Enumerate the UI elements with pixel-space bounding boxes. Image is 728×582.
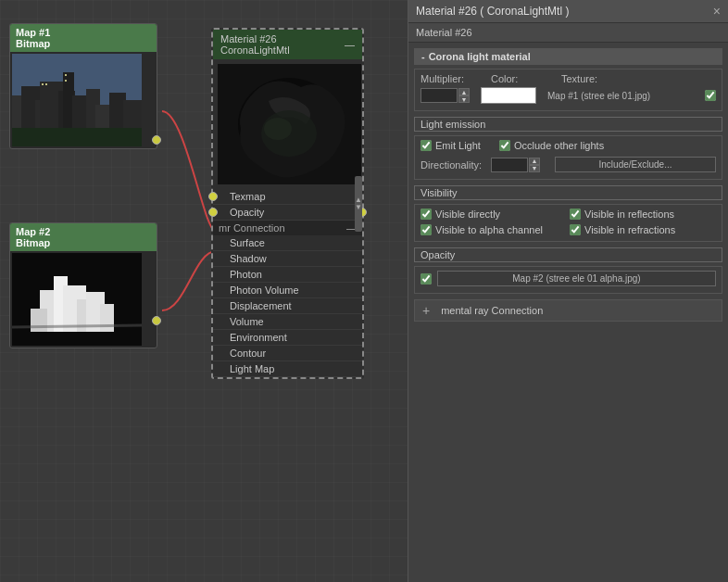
mental-ray-plus-icon: + <box>422 303 430 318</box>
visibility-label: Visibility <box>414 185 722 200</box>
visibility-section: Visibility Visible directly Visible in r… <box>414 185 722 242</box>
corona-section-header: - Corona light material <box>414 48 722 65</box>
slot-volume[interactable]: Volume <box>213 314 362 330</box>
visible-to-alpha-checkbox[interactable] <box>420 224 432 235</box>
svg-rect-17 <box>65 80 67 82</box>
slot-contour-label: Contour <box>230 348 266 359</box>
opacity-section: Opacity Map #2 (stree ele 01 alpha.jpg) <box>414 247 722 294</box>
slot-surface[interactable]: Surface <box>213 235 362 251</box>
svg-rect-13 <box>12 128 142 146</box>
light-emission-label: Light emission <box>414 117 722 132</box>
emit-light-row: Emit Light Occlude other lights <box>420 140 716 153</box>
slot-lightmap-label: Light Map <box>230 363 274 374</box>
slot-contour[interactable]: Contour <box>213 346 362 361</box>
texture-checkbox[interactable] <box>705 90 716 101</box>
panel-close-button[interactable]: × <box>713 4 721 19</box>
mr-connection-label: mr Connection <box>219 222 285 234</box>
corona-section-content: Multiplier: Color: Texture: 1.0 ▲ ▼ Map … <box>414 69 722 111</box>
slot-list: Texmap Opacity mr Connection — Surface S… <box>213 189 362 377</box>
multiplier-spinner: ▲ ▼ <box>458 88 470 103</box>
visible-in-reflections-row: Visible in reflections <box>570 209 716 220</box>
visible-directly-row: Visible directly <box>420 209 567 220</box>
panel-body: - Corona light material Multiplier: Colo… <box>408 43 728 569</box>
material26-preview <box>218 64 361 184</box>
slot-lightmap[interactable]: Light Map <box>213 361 362 377</box>
mental-ray-label: mental ray Connection <box>441 305 543 316</box>
directionality-up[interactable]: ▲ <box>529 158 540 165</box>
node-editor: Map #1 Bitmap <box>0 0 408 582</box>
material26-header: Material #26 CoronaLightMtl — <box>213 30 362 59</box>
material26-collapse[interactable]: — <box>345 39 355 50</box>
slot-shadow-label: Shadow <box>230 253 267 264</box>
map2-output-dot[interactable] <box>152 316 161 325</box>
material26-header-content: Material #26 CoronaLightMtl <box>220 33 290 56</box>
map1-node: Map #1 Bitmap <box>9 23 157 149</box>
opacity-label: Opacity <box>414 247 722 262</box>
map2-title-line1: Map #2 <box>16 226 151 237</box>
directionality-input-group: 0.0 ▲ ▼ <box>491 158 540 172</box>
svg-rect-16 <box>65 74 67 76</box>
map1-content <box>10 52 157 148</box>
slot-displacement[interactable]: Displacement <box>213 298 362 314</box>
right-panel: Material #26 ( CoronaLightMtl ) × Materi… <box>408 0 728 582</box>
panel-subtitle: Material #26 <box>408 23 728 43</box>
visible-directly-checkbox[interactable] <box>420 209 432 220</box>
opacity-checkbox[interactable] <box>420 273 432 285</box>
color-label: Color: <box>491 73 556 84</box>
visible-in-refractions-checkbox[interactable] <box>570 224 581 235</box>
panel-titlebar: Material #26 ( CoronaLightMtl ) × <box>408 0 728 23</box>
visibility-grid: Visible directly Visible in reflections … <box>420 209 716 237</box>
slot-photon[interactable]: Photon <box>213 267 362 283</box>
material26-title1: Material #26 <box>220 33 290 44</box>
emit-light-checkbox-row: Emit Light <box>420 140 481 151</box>
texture-value: Map #1 (stree ele 01.jpg) <box>547 91 699 101</box>
map1-preview-svg <box>12 54 142 146</box>
map2-header: Map #2 Bitmap <box>10 223 157 251</box>
svg-rect-14 <box>42 83 44 85</box>
multiplier-up[interactable]: ▲ <box>458 88 470 95</box>
slot-environment-label: Environment <box>230 332 287 343</box>
light-emission-content: Emit Light Occlude other lights Directio… <box>414 135 722 180</box>
svg-line-27 <box>12 325 142 327</box>
occlude-other-lights-row: Occlude other lights <box>499 140 604 151</box>
multiplier-input[interactable]: 1.0 <box>420 88 458 103</box>
directionality-label: Directionality: <box>420 159 485 171</box>
slot-environment[interactable]: Environment <box>213 330 362 346</box>
opacity-map-button[interactable]: Map #2 (stree ele 01 alpha.jpg) <box>437 271 716 286</box>
color-swatch[interactable] <box>481 87 536 104</box>
svg-point-31 <box>264 118 292 140</box>
slot-opacity[interactable]: Opacity <box>213 205 362 221</box>
slot-texmap-label: Texmap <box>230 191 266 202</box>
texture-label: Texture: <box>561 73 626 84</box>
directionality-down[interactable]: ▼ <box>529 165 540 172</box>
directionality-input[interactable]: 0.0 <box>491 158 528 172</box>
visible-in-reflections-checkbox[interactable] <box>570 209 581 220</box>
map2-content <box>10 251 157 348</box>
emit-light-checkbox[interactable] <box>420 140 432 151</box>
multiplier-input-group: 1.0 ▲ ▼ <box>420 88 470 103</box>
emit-light-label: Emit Light <box>435 140 481 151</box>
slot-shadow[interactable]: Shadow <box>213 251 362 267</box>
map2-thumbnail <box>12 253 142 346</box>
map1-header: Map #1 Bitmap <box>10 24 157 52</box>
occlude-other-lights-checkbox[interactable] <box>499 140 510 151</box>
panel-title: Material #26 ( CoronaLightMtl ) <box>416 5 569 18</box>
texmap-left-dot[interactable] <box>208 192 218 201</box>
map2-title-line2: Bitmap <box>16 237 151 248</box>
directionality-row: Directionality: 0.0 ▲ ▼ Include/Exclude.… <box>420 157 716 172</box>
opacity-left-dot[interactable] <box>208 208 218 217</box>
slot-photon-volume[interactable]: Photon Volume <box>213 283 362 298</box>
map1-output-dot[interactable] <box>152 135 161 145</box>
scroll-indicator[interactable]: ▲▼ <box>355 176 362 232</box>
slot-surface-label: Surface <box>230 237 265 248</box>
multiplier-value-row: 1.0 ▲ ▼ Map #1 (stree ele 01.jpg) <box>420 87 716 104</box>
corona-collapse-icon[interactable]: - <box>421 51 425 62</box>
include-exclude-button[interactable]: Include/Exclude... <box>555 157 716 172</box>
map2-preview-svg <box>12 253 142 346</box>
mental-ray-bar[interactable]: + mental ray Connection <box>414 299 722 322</box>
mr-connection-header: mr Connection — <box>213 221 362 235</box>
opacity-content: Map #2 (stree ele 01 alpha.jpg) <box>414 266 722 294</box>
slot-texmap[interactable]: Texmap <box>213 189 362 205</box>
visible-to-alpha-row: Visible to alpha channel <box>420 224 567 235</box>
multiplier-down[interactable]: ▼ <box>458 95 470 103</box>
